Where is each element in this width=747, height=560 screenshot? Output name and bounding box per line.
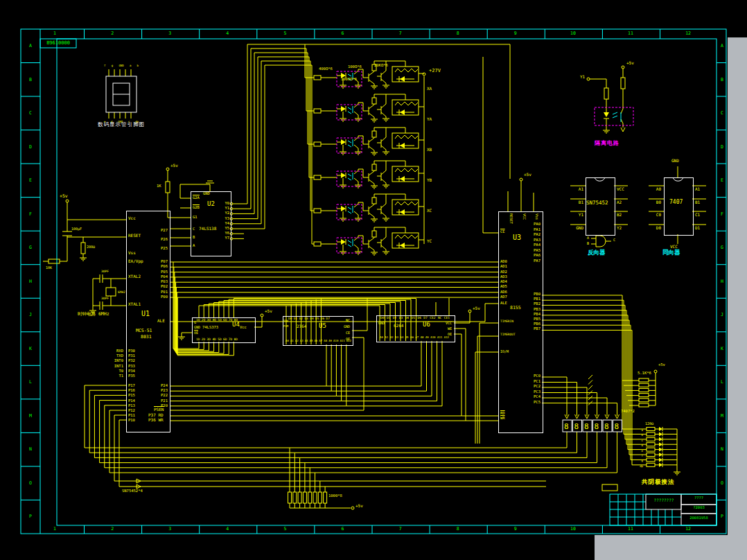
wire [342, 341, 437, 401]
pin-label: P03 [148, 279, 168, 284]
ruler-col-label: 4 [222, 527, 233, 532]
component-body [324, 492, 327, 503]
pin-label: P00 [148, 295, 168, 299]
pin-label: PC2 [520, 384, 541, 390]
pin-label: PA2 [520, 232, 541, 238]
pin-label: PC4 [520, 394, 541, 400]
pin-label: P05 [148, 270, 168, 274]
ruler-row-label: L [25, 380, 36, 385]
pin-label: PB4 [520, 312, 541, 317]
pin-label: 8 [601, 422, 612, 431]
inv-right-pins: VCCA2B2Y2 [617, 183, 624, 234]
pin-label: PA1 [520, 227, 541, 233]
inv-chip-box[interactable] [586, 177, 615, 236]
diode-symbol [659, 442, 662, 446]
pin-label: A7 [415, 335, 419, 339]
inv-part: SN75452 [586, 200, 608, 206]
pin-label: PB1 [520, 297, 541, 301]
u4-pin-oe: OE [194, 331, 198, 335]
pin-label: Y7 [209, 236, 229, 240]
pin-label: D0 [288, 317, 292, 320]
iso-circuit-label: 隔离电路 [595, 141, 619, 146]
wire [542, 403, 617, 417]
wire [244, 53, 314, 213]
segdiagram-top-pins: fgGNDab [104, 64, 139, 67]
pin-label: 5D [218, 338, 221, 341]
u3-pin-reset: RESET [509, 213, 513, 224]
pin-label: AD3 [500, 274, 507, 279]
wire [119, 420, 546, 487]
pin-label: A3 [300, 339, 304, 342]
u2-r-label: 1K [157, 184, 161, 189]
pin-label: PC3 [520, 390, 541, 395]
pin-label: A6 [314, 339, 317, 342]
segdrv-chips-label: 7407*2 [621, 410, 635, 414]
wire [170, 344, 342, 401]
buf-chip-box[interactable] [664, 177, 694, 236]
u2-pin-g2a: G2A [193, 196, 200, 200]
pin-label: Y0 [209, 201, 229, 206]
titleblock-cell2: ?2003 [683, 506, 715, 510]
pin-label: P06 [148, 264, 168, 269]
component-body [308, 492, 312, 503]
component-body [639, 399, 649, 402]
wire [381, 227, 386, 241]
clock-c2-label: 30PF [101, 297, 109, 301]
pin-label: PA6 [520, 253, 541, 259]
pin-label: c [638, 438, 643, 443]
ruler-row-label: B [717, 78, 728, 82]
u3-pin-ale: ALE [500, 301, 507, 306]
doc-number: B9610000 [41, 41, 76, 46]
wire [326, 341, 421, 386]
ruler-row-label: H [717, 279, 728, 284]
u1-pin-vss: Vss [128, 251, 136, 255]
component-body [647, 448, 655, 451]
diode-symbol [341, 206, 346, 211]
clock-c1-label: 30PF [101, 270, 109, 274]
pin-label: D6 [321, 317, 324, 320]
ruler-row-label: H [25, 279, 36, 284]
ruler-col-label: 1 [49, 31, 60, 36]
pin-label: A1 [695, 183, 700, 196]
component-body [166, 182, 170, 193]
component-body [372, 164, 376, 170]
component-body [372, 131, 376, 137]
u6-ref: U6 [423, 322, 430, 328]
u6-plus5v-label: +5v [473, 306, 480, 310]
pin-label: 3D [207, 338, 211, 341]
u6-top-pins: D0D1D2D3D4D5D6D7CE2NCCE1 [380, 316, 450, 320]
ruler-col-label: 9 [510, 527, 521, 532]
bottom-plus5v-label: +5v [355, 504, 363, 508]
pin-label: YC [427, 226, 432, 256]
ruler-row-label: K [25, 347, 36, 351]
pin-label: D0 [380, 316, 384, 320]
pin-label: A8 [324, 339, 327, 342]
reset-cap-label: 100μF [71, 227, 82, 231]
reset-r2-label: 10K [46, 266, 52, 270]
wire [381, 179, 386, 185]
frame-line [348, 245, 351, 247]
u6-bottom-pins: A0A1A2A3A4A5A6A7A8A9A10A11A12 [380, 335, 449, 339]
wire [369, 137, 374, 142]
pin-label: P27 [148, 226, 168, 235]
wire [381, 146, 386, 152]
frame-line [348, 211, 351, 213]
ruler-col-label: 11 [625, 527, 636, 532]
wire [381, 112, 386, 119]
pin-label: 8D [234, 338, 238, 341]
ruler-col-label: 6 [337, 31, 349, 36]
pin-label: A12 [346, 339, 351, 342]
pin-label: VCC [435, 320, 452, 326]
app-background-right [728, 37, 747, 560]
wire [369, 237, 374, 242]
titleblock-cell1: ???? [683, 496, 715, 500]
buf-part: 7407 [669, 200, 683, 205]
pin-label: PA3 [520, 238, 541, 243]
wire [374, 194, 405, 198]
pin-label: Y3 [209, 216, 229, 221]
lednet-seg-pins: abcdefgdp [638, 428, 643, 469]
u5-bottom-pins: A0A1A2A3A4A5A6A7A8A9A10A11A12 [285, 339, 351, 342]
ruler-row-label: E [25, 178, 36, 183]
ruler-row-label: G [717, 245, 728, 250]
u4-ref: U4 [232, 322, 240, 328]
